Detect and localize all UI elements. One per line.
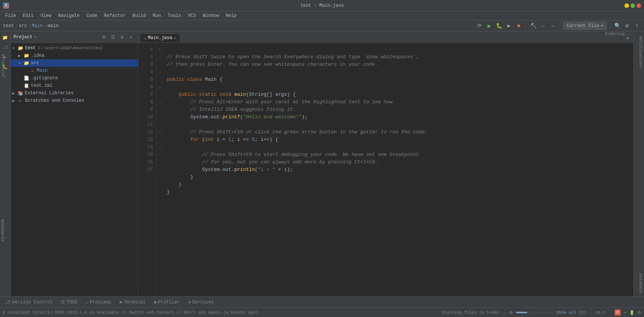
code-content[interactable]: // Press Shift twice to open the Search … xyxy=(164,43,633,296)
run-config-btn[interactable]: ▶ xyxy=(485,22,493,30)
project-collapse-all-btn[interactable]: ☰ xyxy=(109,33,117,41)
expand-external-libs[interactable]: ▶ xyxy=(12,91,17,96)
line-col-indicator[interactable]: 16:5 xyxy=(596,310,605,315)
tab-terminal[interactable]: ▶ Terminal xyxy=(116,298,150,306)
gutter-14[interactable]: ⌄ xyxy=(156,143,164,151)
bookmarks-panel-toggle[interactable]: Bookmarks xyxy=(0,218,5,243)
gutter-15[interactable]: ⌄ xyxy=(156,151,164,158)
menu-file[interactable]: File xyxy=(2,12,19,19)
menu-navigate[interactable]: Navigate xyxy=(55,12,83,19)
editor-area: ☕ Main.java ✕ ≡ 1 2 3 4 5 6 7 8 9 10 11 xyxy=(138,32,633,296)
code-line-16: System.out.println("i = " + i); xyxy=(167,167,293,172)
code-line-9: System.out.printf("Hello and welcome!"); xyxy=(167,114,308,120)
profile-icon-btn[interactable]: ⟳ xyxy=(475,22,484,30)
gutter-12[interactable]: ⌄ xyxy=(156,128,164,136)
breadcrumb-test[interactable]: test xyxy=(3,23,14,29)
gutter-16 xyxy=(156,158,164,166)
tab-version-control[interactable]: ⎇ Version Control xyxy=(2,298,56,306)
breadcrumb-main-method[interactable]: main xyxy=(48,23,59,29)
menu-tools[interactable]: Tools xyxy=(165,12,184,19)
tree-item-main-java[interactable]: ☕ Main xyxy=(11,67,138,74)
minimize-button[interactable] xyxy=(624,3,629,8)
show-all-btn[interactable]: Show all (2) xyxy=(556,310,586,315)
code-line-8: // IntelliJ IDEA suggests fixing it. xyxy=(167,107,296,112)
ln-16: 16 xyxy=(138,158,153,166)
sidebar-terminal-icon[interactable]: _ xyxy=(1,82,10,91)
tree-item-src[interactable]: ▾ 📁 src xyxy=(11,59,138,67)
tab-close-main-java[interactable]: ✕ xyxy=(174,36,176,41)
editor-tab-main-java[interactable]: ☕ Main.java ✕ xyxy=(140,33,180,42)
maximize-button[interactable] xyxy=(630,3,635,8)
ln-8: 8 xyxy=(138,98,153,106)
gutter-4[interactable]: ⌄ xyxy=(156,68,164,76)
build-btn[interactable]: 🔨 xyxy=(529,22,537,30)
breadcrumb-src[interactable]: src xyxy=(19,23,27,29)
debug-btn[interactable]: 🐛 xyxy=(495,22,503,30)
expand-src[interactable]: ▾ xyxy=(18,60,23,66)
menu-run[interactable]: Run xyxy=(150,12,164,19)
breadcrumb: test › src › Main › main xyxy=(3,23,59,29)
code-line-7: // Press Alt+Enter with your caret at th… xyxy=(167,99,393,105)
gutter-2[interactable]: ⌄ xyxy=(156,53,164,61)
gutter-1[interactable]: ▷ xyxy=(156,46,164,53)
menu-view[interactable]: View xyxy=(38,12,54,19)
tree-item-test-root[interactable]: ▾ 📁 test C:\Users\ASUS\myworks\test xyxy=(11,44,138,52)
window-controls[interactable] xyxy=(624,3,641,8)
database-panel-toggle[interactable]: Database xyxy=(635,270,644,296)
expand-idea[interactable]: ▶ xyxy=(18,53,23,59)
tab-problems[interactable]: ⚠ Problems xyxy=(82,298,115,306)
structure-panel-toggle[interactable]: Structure xyxy=(0,53,6,78)
menu-refactor[interactable]: Refactor xyxy=(101,12,129,19)
expand-scratches[interactable]: ▶ xyxy=(12,98,17,104)
current-file-dropdown[interactable]: Current File ▾ xyxy=(563,22,607,30)
gutter-6[interactable]: ⌄ xyxy=(156,83,164,91)
nav-back-btn[interactable]: ← xyxy=(539,22,547,30)
menu-window[interactable]: Window xyxy=(200,12,222,19)
settings-btn[interactable]: ⚙ xyxy=(623,22,631,30)
code-line-4: public class Main { xyxy=(167,77,222,82)
tab-profiler[interactable]: ◉ Profiler xyxy=(150,298,184,306)
expand-gitignore xyxy=(18,75,23,81)
update-btn[interactable]: ⬆ xyxy=(633,22,641,30)
terminal-icon: ▶ xyxy=(120,299,122,305)
close-button[interactable] xyxy=(636,3,641,8)
problems-label: Problems xyxy=(90,300,112,305)
menu-edit[interactable]: Edit xyxy=(20,12,37,19)
stop-btn[interactable]: ■ xyxy=(514,22,523,30)
search-everywhere-btn[interactable]: 🔍 xyxy=(613,22,621,30)
notifications-panel-toggle[interactable]: Notifications xyxy=(635,33,644,71)
menu-code[interactable]: Code xyxy=(83,12,100,19)
memory-indicator[interactable]: 🔋 xyxy=(629,310,635,315)
sidebar-vcs-icon[interactable]: ⎇ xyxy=(1,43,10,52)
menu-vcs[interactable]: VCS xyxy=(185,12,199,19)
tab-todo[interactable]: ☰ TODO xyxy=(57,298,81,306)
tab-services[interactable]: ◈ Services xyxy=(184,298,218,306)
cn-input-flag[interactable]: 中 xyxy=(615,309,621,315)
run-with-coverage-btn[interactable]: ▶ xyxy=(505,22,513,30)
gutter-10 xyxy=(156,113,164,121)
nav-fwd-btn[interactable]: → xyxy=(549,22,557,30)
tree-item-external-libs[interactable]: ▶ 📚 External Libraries xyxy=(11,89,138,97)
code-line-12: for (int i = 1; i <= 5; i++) { xyxy=(167,137,278,142)
menu-help[interactable]: Help xyxy=(223,12,240,19)
ln-7: 7 xyxy=(138,91,153,98)
tree-item-gitignore[interactable]: 📄 .gitignore xyxy=(11,74,138,82)
sidebar-project-icon[interactable]: 📁 xyxy=(1,33,10,42)
code-line-10 xyxy=(167,122,170,127)
project-close-btn[interactable]: ✕ xyxy=(127,33,135,41)
nav-sep-3: › xyxy=(44,23,47,29)
menu-build[interactable]: Build xyxy=(129,12,149,19)
expand-test-root[interactable]: ▾ xyxy=(12,45,17,51)
window-title: test - Main.java xyxy=(300,3,343,8)
breadcrumb-main-class[interactable]: Main xyxy=(32,23,43,29)
tree-item-idea[interactable]: ▶ 📁 .idea xyxy=(11,52,138,59)
project-settings-btn[interactable]: ⚙ xyxy=(118,33,126,41)
ln-6: 6 xyxy=(138,83,153,91)
tree-item-test-iml[interactable]: 📋 test.iml xyxy=(11,82,138,89)
gutter-8[interactable]: ⌄ xyxy=(156,98,164,106)
git-icon[interactable]: ⟳ xyxy=(638,310,641,315)
version-control-icon: ⎇ xyxy=(5,299,11,305)
project-expand-all-btn[interactable]: ⊞ xyxy=(100,33,108,41)
tree-item-scratches[interactable]: ▶ ✏ Scratches and Consoles xyxy=(11,97,138,104)
project-dropdown-arrow[interactable]: ▾ xyxy=(34,35,36,39)
